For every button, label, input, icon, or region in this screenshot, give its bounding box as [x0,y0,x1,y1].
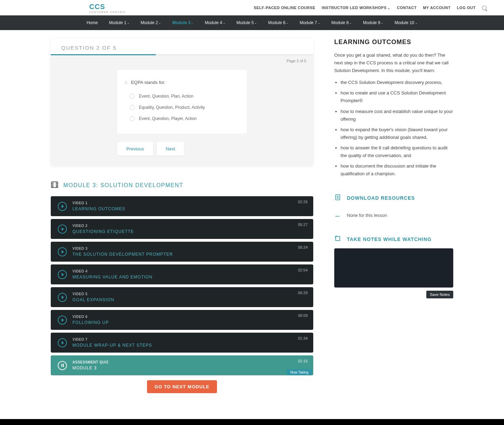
radio-icon [130,116,135,121]
notes-icon [334,235,341,243]
play-icon [58,270,67,279]
chevron-down-icon: ⌄ [286,21,288,24]
previous-button[interactable]: Previous [117,142,153,156]
outcome-item: how to answer the 8 call debriefing ques… [341,144,453,160]
module-nav-3[interactable]: Module 3⌄ [172,20,194,25]
logo-sub: CUSTOMER CENTRIC [89,11,126,13]
notes-label: TAKE NOTES WHILE WATCHING [347,236,432,242]
notes-textarea[interactable] [334,248,453,288]
video-name: GOAL EXPANSION [72,297,306,302]
chevron-down-icon: ⌄ [191,21,194,24]
video-item-7[interactable]: VIDEO 7MODULE WRAP-UP & NEXT STEPS01:34 [51,333,313,353]
play-icon [58,316,67,325]
play-icon [58,202,67,211]
chevron-down-icon: ⌄ [254,21,257,24]
chevron-down-icon: ⌄ [127,21,130,24]
module-nav-home[interactable]: Home [86,20,98,25]
option-1[interactable]: Event, Question, Plan, Action [130,94,239,99]
radio-icon [130,105,135,110]
pause-icon [58,361,67,370]
question-number: 2. [125,80,128,85]
video-label: ASSESSMENT QUIZ [72,360,306,364]
download-resources-label[interactable]: DOWNLOAD RESOURCES [347,195,415,201]
page-info: Page 2 of 5 [51,59,313,63]
play-icon [58,293,67,302]
video-name: MODULE WRAP-UP & NEXT STEPS [72,343,306,348]
play-icon [58,247,67,256]
video-item-3[interactable]: VIDEO 3THE SOLUTION DEVELOPMENT PROMPTER… [51,242,313,262]
video-name: FOLLOWING UP [72,320,306,325]
svg-rect-13 [336,236,340,241]
play-icon [58,225,67,234]
module-nav-4[interactable]: Module 4⌄ [205,20,225,25]
video-time: 02:26 [298,200,308,204]
video-name: MEASURING VALUE AND EMOTION [72,275,306,279]
video-name: QUESTIONING ETIQUETTE [72,229,306,234]
module-title: MODULE 3: SOLUTION DEVELOPMENT [63,182,183,189]
outcome-item: how to expand the buyer's vision (biased… [341,126,453,141]
module-nav-8[interactable]: Module 8⌄ [331,20,352,25]
chevron-down-icon: ⌄ [415,21,418,24]
quiz-card: QUESTION 2 OF 5 Page 2 of 5 2.EQPA stand… [51,38,313,165]
video-label: VIDEO 5 [72,292,306,296]
video-label: VIDEO 2 [72,224,306,228]
now-taking-badge: Now Taking [287,369,312,375]
module-nav-1[interactable]: Module 1⌄ [109,20,129,25]
chevron-down-icon: ⌄ [223,21,225,24]
document-icon [334,194,341,202]
video-name: THE SOLUTION DEVELOPMENT PROMPTER [72,252,306,257]
nav-workshops[interactable]: INSTRUCTOR LED WORKSHOPS⌄ [322,6,391,10]
resources-none-text: None for this lesson [347,213,387,218]
video-time: 06:28 [298,291,308,295]
video-item-6[interactable]: VIDEO 6FOLLOWING UP06:09 [51,310,313,330]
radio-icon [130,94,135,99]
video-name: MODULE 3 [72,366,306,370]
video-label: VIDEO 6 [72,315,306,319]
video-time: 06:24 [298,245,308,249]
outcome-item: how to measure cost and establish value … [341,108,453,123]
module-nav-9[interactable]: Module 9⌄ [363,20,383,25]
outcome-item: how to document the discussion and initi… [341,162,453,178]
search-icon[interactable] [482,6,486,10]
module-nav-7[interactable]: Module 7⌄ [300,20,320,25]
nav-self-paced[interactable]: SELF-PACED ONLINE COURSE [254,6,315,10]
logo-main: CCS [89,3,105,10]
module-nav-6[interactable]: Module 6⌄ [268,20,288,25]
video-label: VIDEO 4 [72,269,306,273]
download-icon [334,211,341,219]
next-button[interactable]: Next [157,142,184,156]
option-3[interactable]: Event, Question, Player, Action [130,116,239,121]
module-nav-2[interactable]: Module 2⌄ [141,20,161,25]
chevron-down-icon: ⌄ [349,21,352,24]
video-item-5[interactable]: VIDEO 5GOAL EXPANSION06:28 [51,287,313,307]
logo[interactable]: CCS CUSTOMER CENTRIC [89,3,126,13]
save-notes-button[interactable]: Save Notes [426,291,453,298]
play-icon [58,338,67,347]
chevron-down-icon: ⌄ [381,21,383,24]
video-item-1[interactable]: VIDEO 1LEARNING OUTCOMES02:26 [51,196,313,216]
video-label: VIDEO 7 [72,338,306,341]
outcomes-title: LEARNING OUTCOMES [334,38,453,46]
video-item-2[interactable]: VIDEO 2QUESTIONING ETIQUETTE05:27 [51,219,313,239]
video-name: LEARNING OUTCOMES [72,206,306,211]
next-module-button[interactable]: GO TO NEXT MODULE [147,380,217,393]
nav-contact[interactable]: CONTACT [397,6,416,10]
question-text: EQPA stands for: [131,80,166,85]
video-item-4[interactable]: VIDEO 4MEASURING VALUE AND EMOTION02:54 [51,264,313,284]
question-box: 2.EQPA stands for: Event, Question, Plan… [117,70,247,134]
chevron-down-icon: ⌄ [387,6,391,10]
film-icon [51,181,58,190]
module-nav-10[interactable]: Module 10⌄ [394,20,417,25]
outcome-item: the CCS Solution Development discovery p… [341,79,453,86]
nav-logout[interactable]: LOG OUT [457,6,476,10]
outcome-item: how to create and use a CCS Solution Dev… [341,89,453,105]
nav-account[interactable]: MY ACCOUNT [423,6,450,10]
module-nav-5[interactable]: Module 5⌄ [237,20,257,25]
module-nav: Home Module 1⌄ Module 2⌄ Module 3⌄ Modul… [0,15,504,30]
option-2[interactable]: Equality, Question, Product, Activity [130,105,239,110]
chevron-down-icon: ⌄ [318,21,320,24]
outcomes-list: the CCS Solution Development discovery p… [334,79,453,178]
video-time: 02:54 [298,268,308,272]
assessment-quiz-item[interactable]: ASSESSMENT QUIZ MODULE 3 01:15 Now Takin… [51,355,313,375]
video-time: 05:27 [298,222,308,227]
